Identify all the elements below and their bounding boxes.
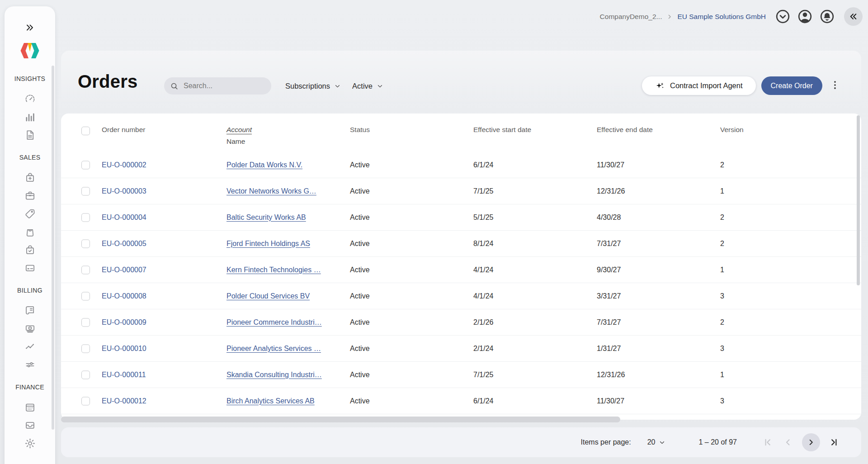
order-number-link[interactable]: EU-O-000008 — [102, 292, 146, 300]
sidebar-item-invoices[interactable] — [23, 304, 37, 318]
contract-import-agent-button[interactable]: Contract Import Agent — [642, 76, 756, 95]
sidebar-section-billing: BILLING — [17, 286, 42, 294]
row-checkbox[interactable] — [81, 318, 90, 327]
sidebar-nav: INSIGHTSSALESBILLINGFINANCE — [5, 62, 55, 451]
row-checkbox[interactable] — [81, 370, 90, 379]
account-name-link[interactable]: Skandia Consulting Industri… — [226, 371, 322, 379]
sidebar-item-accounts[interactable] — [23, 189, 37, 203]
column-subheader-name: Name — [226, 137, 245, 146]
filter-label: Active — [352, 82, 373, 90]
effective-end-date-value: 11/30/27 — [597, 397, 624, 405]
order-number-link[interactable]: EU-O-000012 — [102, 397, 146, 405]
effective-end-date-value: 4/30/28 — [597, 213, 621, 222]
account-name-link[interactable]: Baltic Security Works AB — [226, 213, 306, 222]
sidebar-item-dashboard[interactable] — [23, 93, 37, 106]
sidebar-item-cash[interactable] — [23, 322, 37, 336]
inbox-icon — [24, 419, 36, 431]
version-value: 1 — [720, 266, 724, 274]
app-logo[interactable] — [18, 39, 42, 62]
items-per-page-label: Items per page: — [581, 438, 631, 446]
notifications-button[interactable] — [819, 9, 835, 24]
account-name-link[interactable]: Polder Data Works N.V. — [226, 161, 302, 169]
sidebar-section-finance: FINANCE — [15, 383, 44, 391]
effective-start-date-value: 2/1/26 — [473, 318, 493, 327]
sidebar-item-billing-settings[interactable] — [23, 359, 37, 372]
sidebar-item-new-order[interactable] — [23, 171, 37, 185]
row-checkbox[interactable] — [81, 213, 90, 222]
breadcrumb-current[interactable]: EU Sample Solutions GmbH — [677, 13, 766, 21]
user-circle-icon — [797, 9, 813, 24]
items-per-page-select[interactable]: 20 — [647, 438, 666, 446]
status-value: Active — [350, 371, 370, 379]
more-options-button[interactable] — [828, 79, 842, 93]
order-number-link[interactable]: EU-O-000011 — [102, 371, 146, 379]
account-name-link[interactable]: Vector Networks Works G… — [226, 187, 316, 195]
last-page-button[interactable] — [828, 436, 840, 449]
chevron-down-circle-icon — [775, 9, 791, 24]
order-number-link[interactable]: EU-O-000005 — [102, 240, 146, 248]
chevron-right-icon — [806, 437, 816, 447]
version-value: 2 — [720, 240, 724, 248]
account-name-link[interactable]: Polder Cloud Services BV — [226, 292, 310, 300]
sidebar-scrollbar[interactable] — [52, 66, 54, 430]
account-name-link[interactable]: Pioneer Commerce Industri… — [226, 318, 322, 327]
collapse-topbar-button[interactable] — [844, 7, 863, 26]
order-number-link[interactable]: EU-O-000010 — [102, 345, 146, 353]
sidebar-section-insights: INSIGHTS — [14, 75, 46, 83]
page-first-icon — [762, 437, 773, 448]
sidebar-item-payments[interactable] — [23, 262, 37, 275]
row-checkbox[interactable] — [81, 239, 90, 248]
sidebar-item-calendar[interactable] — [23, 401, 37, 415]
effective-end-date-value: 7/31/27 — [597, 318, 621, 327]
row-checkbox[interactable] — [81, 161, 90, 169]
page-title: Orders — [78, 71, 137, 92]
table-vertical-scrollbar[interactable] — [857, 115, 860, 285]
search-input[interactable] — [183, 81, 265, 90]
account-button[interactable] — [797, 9, 813, 24]
order-number-link[interactable]: EU-O-000002 — [102, 161, 146, 169]
sidebar-item-collections[interactable] — [23, 419, 37, 433]
sidebar-item-orders[interactable] — [23, 226, 37, 239]
column-header-account_name[interactable]: Account — [226, 126, 252, 134]
row-checkbox[interactable] — [81, 397, 90, 405]
sidebar-item-reports[interactable] — [23, 129, 37, 142]
sidebar-expand-button[interactable] — [23, 21, 37, 35]
order-number-link[interactable]: EU-O-000004 — [102, 213, 146, 222]
version-value: 2 — [720, 161, 724, 169]
sidebar-item-settings[interactable] — [23, 437, 37, 451]
next-page-button[interactable] — [802, 433, 820, 451]
row-checkbox[interactable] — [81, 344, 90, 353]
status-value: Active — [350, 213, 370, 222]
bell-circle-icon — [819, 9, 835, 24]
trend-icon — [24, 341, 36, 353]
account-name-link[interactable]: Kern Fintech Technologies … — [226, 266, 321, 274]
status-value: Active — [350, 292, 370, 300]
filter-active[interactable]: Active — [352, 82, 384, 90]
sidebar-item-products[interactable] — [23, 208, 37, 221]
effective-start-date-value: 7/1/25 — [473, 371, 493, 379]
select-all-checkbox[interactable] — [81, 127, 90, 135]
filter-subscriptions[interactable]: Subscriptions — [285, 82, 341, 90]
row-checkbox[interactable] — [81, 292, 90, 300]
breadcrumb-parent[interactable]: CompanyDemo_2... — [600, 13, 662, 21]
row-checkbox[interactable] — [81, 187, 90, 195]
order-number-link[interactable]: EU-O-000003 — [102, 187, 146, 195]
account-name-link[interactable]: Birch Analytics Services AB — [226, 397, 315, 405]
effective-start-date-value: 6/1/24 — [473, 397, 493, 405]
sidebar-item-analytics[interactable] — [23, 111, 37, 124]
order-number-link[interactable]: EU-O-000007 — [102, 266, 146, 274]
topbar: CompanyDemo_2... EU Sample Solutions Gmb… — [600, 7, 863, 26]
sidebar-item-approvals[interactable] — [23, 244, 37, 257]
previous-page-button — [782, 436, 794, 449]
version-value: 2 — [720, 213, 724, 222]
order-number-link[interactable]: EU-O-000009 — [102, 318, 146, 327]
breadcrumb: CompanyDemo_2... EU Sample Solutions Gmb… — [600, 13, 766, 21]
environment-switcher-button[interactable] — [775, 9, 791, 24]
create-order-button[interactable]: Create Order — [761, 76, 822, 95]
double-chevron-left-icon — [848, 11, 859, 22]
account-name-link[interactable]: Pioneer Analytics Services … — [226, 345, 321, 353]
row-checkbox[interactable] — [81, 265, 90, 274]
horizontal-scrollbar[interactable] — [61, 417, 620, 422]
account-name-link[interactable]: Fjord Fintech Holdings AS — [226, 240, 310, 248]
sidebar-item-revenue[interactable] — [23, 341, 37, 354]
